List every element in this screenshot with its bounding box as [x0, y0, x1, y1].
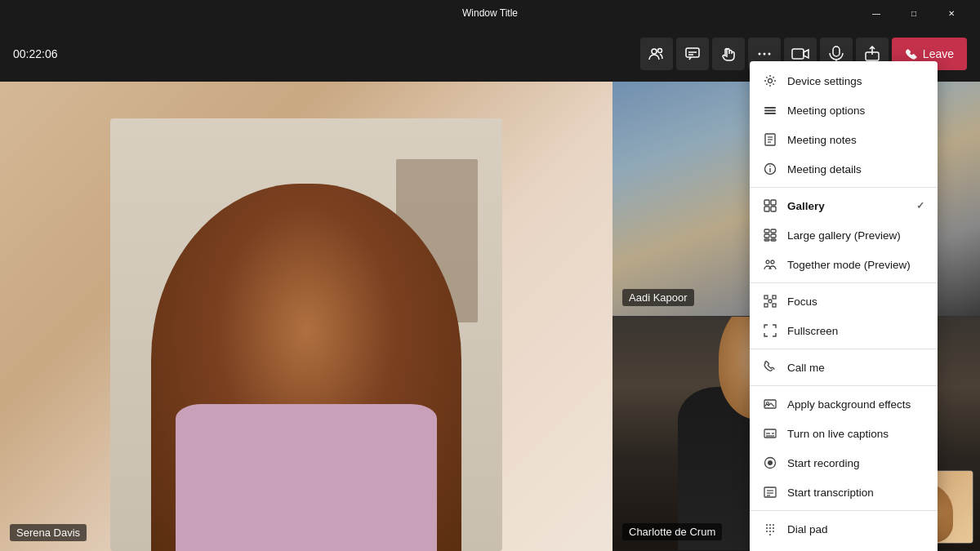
timer-display: 00:22:06 [13, 47, 58, 60]
svg-point-7 [768, 53, 770, 56]
menu-item-large-gallery[interactable]: Large gallery (Preview) [750, 220, 938, 250]
svg-rect-28 [771, 229, 776, 233]
menu-item-call-me[interactable]: Call me [750, 353, 938, 382]
background-effects-label: Apply background effects [787, 398, 924, 411]
together-mode-label: Together mode (Preview) [787, 259, 924, 271]
svg-rect-25 [764, 207, 769, 211]
svg-point-47 [768, 460, 773, 465]
meeting-notes-label: Meeting notes [787, 134, 924, 146]
menu-divider-1 [750, 187, 938, 188]
svg-point-12 [768, 79, 773, 83]
svg-rect-13 [764, 107, 776, 109]
focus-icon [763, 294, 777, 309]
svg-point-6 [763, 53, 765, 56]
svg-rect-32 [771, 239, 776, 241]
svg-point-5 [758, 53, 760, 56]
dial-pad-label: Dial pad [787, 523, 924, 535]
fullscreen-icon [763, 323, 777, 338]
svg-point-33 [766, 260, 769, 264]
svg-rect-9 [833, 47, 840, 56]
svg-rect-24 [771, 200, 776, 205]
svg-rect-30 [771, 234, 776, 238]
svg-point-55 [766, 527, 768, 529]
svg-rect-14 [764, 110, 776, 112]
recording-icon [763, 455, 777, 470]
device-settings-label: Device settings [787, 75, 924, 87]
raise-hand-button[interactable] [712, 38, 745, 70]
svg-point-54 [773, 524, 774, 526]
menu-item-meeting-details[interactable]: Meeting details [750, 154, 938, 184]
menu-item-start-transcription[interactable]: Start transcription [750, 478, 938, 507]
people-icon [648, 46, 665, 62]
svg-rect-29 [764, 234, 769, 238]
menu-item-together-mode[interactable]: Together mode (Preview) [750, 250, 938, 279]
options-icon [763, 103, 777, 118]
large-gallery-icon [763, 228, 777, 242]
menu-item-meeting-notes[interactable]: Meeting notes [750, 125, 938, 154]
menu-item-focus[interactable]: Focus [750, 287, 938, 316]
svg-rect-36 [773, 295, 776, 299]
menu-divider-3 [750, 349, 938, 349]
svg-point-56 [769, 527, 771, 529]
menu-item-dial-pad[interactable]: Dial pad [750, 514, 938, 544]
gallery-checkmark: ✓ [916, 200, 924, 211]
people-button[interactable] [640, 38, 673, 70]
svg-rect-37 [764, 304, 768, 307]
focus-label: Focus [787, 295, 924, 308]
more-icon [756, 46, 773, 62]
svg-rect-23 [764, 200, 769, 205]
main-participant-name: Serena Davis [10, 524, 87, 541]
large-gallery-label: Large gallery (Preview) [787, 229, 924, 242]
svg-point-34 [771, 260, 774, 264]
title-bar: Window Title — □ ✕ [0, 0, 980, 26]
more-dropdown-menu: Device settings Meeting options Meeting … [750, 61, 938, 551]
svg-point-53 [769, 524, 771, 526]
transcription-icon [763, 485, 777, 500]
chat-icon [684, 46, 701, 62]
main-video-tile: Serena Davis [0, 82, 612, 551]
top-right-participant-name: Aadi Kapoor [622, 289, 694, 306]
svg-rect-8 [792, 49, 804, 59]
phone-icon [905, 47, 918, 60]
details-icon [763, 162, 777, 176]
dialpad-icon [763, 522, 777, 536]
svg-point-59 [769, 531, 771, 532]
menu-item-live-captions[interactable]: Turn on live captions [750, 419, 938, 448]
gear-icon [763, 73, 777, 88]
gallery-label: Gallery [787, 200, 906, 212]
fullscreen-label: Fullscreen [787, 325, 924, 337]
chat-button[interactable] [676, 38, 709, 70]
menu-item-fullscreen[interactable]: Fullscreen [750, 316, 938, 345]
captions-icon [763, 426, 777, 441]
menu-divider-5 [750, 510, 938, 511]
maximize-button[interactable]: □ [895, 0, 933, 26]
svg-rect-26 [771, 207, 776, 211]
menu-item-device-settings[interactable]: Device settings [750, 66, 938, 96]
main-video-background [0, 82, 612, 551]
menu-item-turn-off-video[interactable]: Turn off incoming video [750, 544, 938, 551]
together-icon [763, 257, 777, 272]
minimize-button[interactable]: — [858, 0, 895, 26]
menu-item-gallery[interactable]: Gallery ✓ [750, 191, 938, 220]
svg-rect-38 [773, 304, 776, 307]
call-me-label: Call me [787, 362, 924, 374]
start-transcription-label: Start transcription [787, 487, 924, 499]
close-button[interactable]: ✕ [933, 0, 970, 26]
bottom-right-participant-name: Charlotte de Crum [622, 523, 722, 540]
title-bar-title: Window Title [462, 7, 518, 19]
menu-item-background-effects[interactable]: Apply background effects [750, 389, 938, 419]
meeting-details-label: Meeting details [787, 163, 924, 176]
main-participant-shape [110, 118, 502, 551]
menu-item-start-recording[interactable]: Start recording [750, 448, 938, 478]
svg-point-57 [773, 527, 774, 529]
background-icon [763, 397, 777, 411]
window-controls: — □ ✕ [858, 0, 970, 26]
svg-rect-31 [764, 239, 769, 241]
svg-rect-15 [764, 113, 776, 114]
menu-divider-4 [750, 385, 938, 386]
svg-point-61 [769, 534, 771, 535]
svg-point-0 [652, 49, 657, 54]
raise-hand-icon [720, 46, 737, 62]
menu-item-meeting-options[interactable]: Meeting options [750, 96, 938, 125]
svg-point-58 [766, 531, 768, 532]
